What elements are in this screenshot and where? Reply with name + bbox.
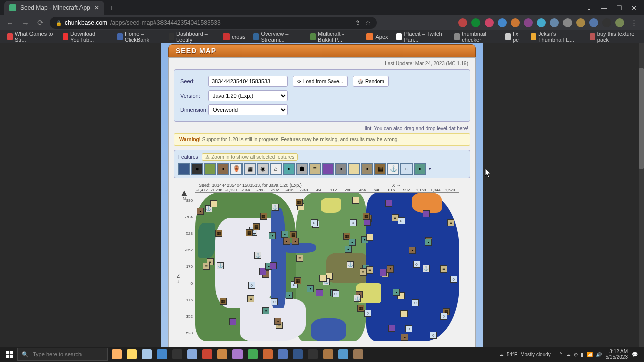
map-marker[interactable]: ○ [413, 261, 420, 268]
bookmark-item[interactable]: Dashboard – Leetify [166, 30, 218, 44]
bookmark-item[interactable]: What Games to Str... [4, 30, 58, 44]
feature-toggle-icon[interactable] [348, 163, 360, 175]
map-marker[interactable]: ○ [332, 290, 339, 297]
scroll-thumb[interactable] [639, 68, 644, 169]
map-marker[interactable]: ≡ [360, 268, 367, 276]
bookmark-item[interactable]: Apex [363, 32, 391, 41]
map-marker[interactable] [380, 269, 387, 276]
map-marker[interactable]: ▦ [363, 213, 370, 220]
taskbar-app-icon[interactable] [215, 348, 229, 361]
taskbar-app-icon[interactable] [230, 348, 245, 361]
map-marker[interactable]: ○ [350, 219, 357, 226]
tray-volume-icon[interactable]: 🔊 [596, 352, 602, 357]
map-marker[interactable]: ▪ [292, 238, 299, 245]
map-marker[interactable] [352, 197, 359, 204]
bookmark-item[interactable]: buy this texture pack [587, 30, 640, 44]
bookmark-item[interactable]: Jcksn's Thumbnail E... [528, 30, 585, 44]
feature-toggle-icon[interactable]: ⌂ [270, 163, 282, 175]
share-icon[interactable]: ⇪ [355, 19, 360, 26]
taskbar-app-icon[interactable] [125, 348, 139, 361]
map-marker[interactable]: ▦ [215, 230, 222, 237]
feature-toggle-icon[interactable]: ▪ [283, 163, 295, 175]
extension-icon[interactable] [458, 18, 467, 27]
bookmark-item[interactable]: Download YouTub... [60, 30, 112, 44]
taskbar-app-icon[interactable] [185, 348, 199, 361]
map-marker[interactable]: ▪ [349, 239, 356, 246]
taskbar-search[interactable]: 🔍 Type here to search [17, 348, 108, 361]
taskbar-app-icon[interactable] [155, 348, 169, 361]
map-marker[interactable]: ○ [248, 282, 255, 289]
clock[interactable]: 3:12 AM 5/15/2023 [606, 349, 628, 360]
minimize-button[interactable]: — [601, 4, 607, 12]
scrollbar[interactable] [639, 43, 644, 347]
extension-icon[interactable] [589, 18, 598, 27]
map-marker[interactable]: ▪ [401, 334, 408, 341]
feature-toggle-icon[interactable]: ● [191, 163, 203, 175]
taskbar-app-icon[interactable] [110, 348, 124, 361]
map-marker[interactable]: ▦ [294, 277, 301, 284]
extension-icon[interactable] [524, 18, 533, 27]
map-marker[interactable]: ≡ [203, 263, 210, 270]
map-marker[interactable]: ▦ [220, 298, 227, 305]
map-marker[interactable] [319, 275, 327, 282]
seed-input[interactable] [208, 76, 288, 87]
feature-toggle-icon[interactable] [322, 163, 334, 175]
feature-toggle-icon[interactable]: ▪ [414, 163, 426, 175]
browser-menu-button[interactable]: ⋮ [628, 18, 640, 27]
bookmark-item[interactable]: cross [220, 32, 248, 41]
extension-icon[interactable] [576, 18, 585, 27]
map-marker[interactable]: ▪ [274, 318, 281, 325]
map-marker[interactable]: ▪ [281, 231, 288, 238]
map-marker[interactable] [316, 289, 323, 296]
map-marker[interactable] [400, 310, 408, 317]
taskbar-app-icon[interactable] [261, 348, 275, 361]
extension-icon[interactable] [602, 18, 611, 27]
maximize-button[interactable]: ☐ [616, 4, 622, 12]
tray-battery-icon[interactable]: ▮ [581, 352, 584, 357]
map-marker[interactable]: ≡ [366, 266, 373, 274]
map-marker[interactable]: ▦ [253, 223, 260, 230]
notifications-icon[interactable]: 💬 [632, 352, 638, 357]
tab-close-icon[interactable]: ✕ [94, 4, 99, 11]
bookmark-item[interactable]: fix pc [502, 30, 526, 44]
map-marker[interactable]: ⚓ [254, 252, 261, 259]
new-tab-button[interactable]: + [109, 4, 113, 12]
map-marker[interactable]: ○ [430, 332, 437, 339]
map-marker[interactable]: ≡ [247, 295, 254, 302]
taskbar-app-icon[interactable] [200, 348, 214, 361]
bookmark-item[interactable]: Multicraft - Bukkit P... [307, 30, 361, 44]
taskbar-app-icon[interactable] [321, 348, 335, 361]
map-marker[interactable]: ▦ [296, 199, 303, 206]
map-marker[interactable]: ▪ [283, 238, 290, 245]
map-marker[interactable]: ▪ [425, 239, 432, 246]
feature-toggle-icon[interactable]: ▦ [374, 163, 386, 175]
taskbar-app-icon[interactable] [351, 348, 365, 361]
map-marker[interactable]: ⚓ [217, 262, 224, 269]
nav-forward-button[interactable]: → [20, 19, 31, 27]
taskbar-app-icon[interactable] [336, 348, 350, 361]
feature-toggle-icon[interactable]: 🏺 [230, 163, 243, 175]
extension-icon[interactable] [498, 18, 507, 27]
weather-widget[interactable]: ☁ 54°F Mostly cloudy [499, 352, 551, 357]
extension-icon[interactable] [485, 18, 494, 27]
taskbar-app-icon[interactable] [170, 348, 184, 361]
taskbar-app-icon[interactable] [246, 348, 260, 361]
feature-toggle-icon[interactable]: ◉ [257, 163, 269, 175]
close-button[interactable]: ✕ [631, 4, 637, 12]
caret-down-icon[interactable]: ⌄ [586, 4, 592, 12]
taskbar-app-icon[interactable] [306, 348, 320, 361]
tray-wifi-icon[interactable]: 📶 [587, 352, 593, 357]
map-marker[interactable]: ▪ [286, 292, 293, 299]
map-marker[interactable]: ⚓ [423, 265, 430, 272]
dimension-select[interactable]: Overworld [208, 104, 288, 115]
load-save-button[interactable]: ⟳Load from Save... [293, 76, 348, 87]
map-marker[interactable]: ≡ [296, 255, 303, 262]
taskbar-app-icon[interactable] [276, 348, 290, 361]
map-canvas[interactable]: ▪▪≡▪≡▪▪▦▪≡▦▪▦▪▪○▪⚓○⚓▦▦▦○▪▪○○▪○⚓○○⚓○○≡⚓≡▪… [195, 192, 459, 341]
map-marker[interactable]: ▦ [246, 229, 253, 236]
feature-toggle-icon[interactable]: ≡ [309, 163, 321, 175]
map-marker[interactable]: ▪ [409, 247, 416, 254]
extension-icon[interactable] [550, 18, 559, 27]
map-marker[interactable]: ⚓ [347, 261, 354, 268]
map-marker[interactable]: ▪ [393, 289, 400, 296]
